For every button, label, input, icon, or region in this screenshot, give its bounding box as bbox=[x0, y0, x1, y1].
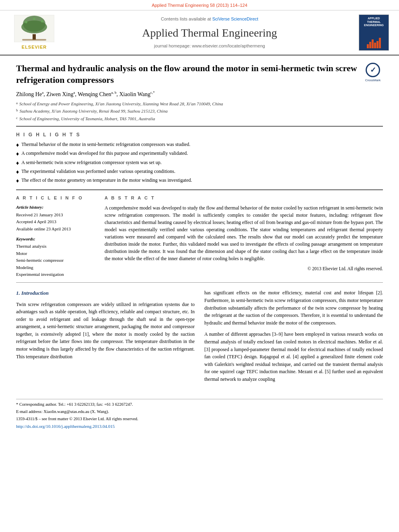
author-1-name: Zhilong He bbox=[16, 91, 42, 97]
keyword-1: Thermal analysis bbox=[16, 243, 97, 249]
affil-3-sup: c bbox=[16, 115, 18, 122]
svg-rect-7 bbox=[22, 39, 46, 41]
journal-citation-bar: Applied Thermal Engineering 58 (2013) 11… bbox=[0, 0, 399, 10]
elsevier-tree-icon bbox=[14, 15, 54, 42]
bullet-4: ♦ bbox=[16, 168, 19, 176]
available-date: Available online 23 April 2013 bbox=[16, 226, 97, 232]
intro-col-left: 1. Introduction Twin screw refrigeration… bbox=[16, 289, 195, 387]
footer: * Corresponding author. Tel.: +61 3 6226… bbox=[16, 399, 383, 429]
author-4-name: , Xiaolin Wang bbox=[116, 91, 150, 97]
email-label: E-mail address: bbox=[16, 409, 43, 414]
affil-3: c School of Engineering, University of T… bbox=[16, 115, 383, 122]
chart-bar-6 bbox=[379, 38, 381, 48]
crossmark-label: CrossMark bbox=[365, 78, 381, 82]
sciverse-link[interactable]: SciVerse ScienceDirect bbox=[212, 16, 258, 21]
article-history-label: Article history: bbox=[16, 204, 97, 210]
thumb-chart-icon bbox=[367, 36, 381, 48]
abstract-text: A comprehensive model was developed to s… bbox=[105, 204, 383, 262]
article-title-section: Thermal and hydraulic analysis on the fl… bbox=[16, 63, 383, 86]
highlights-label: H I G H L I G H T S bbox=[16, 131, 383, 138]
svg-point-4 bbox=[25, 21, 27, 23]
affil-1: a School of Energy and Power Engineering… bbox=[16, 101, 383, 107]
affil-1-sup: a bbox=[16, 101, 18, 107]
bullet-2: ♦ bbox=[16, 150, 19, 158]
section-title: Introduction bbox=[21, 290, 49, 296]
highlight-item-2: ♦ A comprehensive model was developed fo… bbox=[16, 150, 383, 158]
highlight-text-5: The effect of the motor geometry on temp… bbox=[21, 177, 192, 185]
highlight-item-5: ♦ The effect of the motor geometry on te… bbox=[16, 177, 383, 185]
chart-bar-4 bbox=[374, 43, 376, 48]
highlight-text-1: Thermal behavior of the motor in semi-he… bbox=[21, 142, 190, 149]
highlights-section: H I G H L I G H T S ♦ Thermal behavior o… bbox=[16, 131, 383, 185]
page: Applied Thermal Engineering 58 (2013) 11… bbox=[0, 0, 399, 429]
svg-point-5 bbox=[41, 20, 43, 23]
journal-thumbnail: APPLIEDTHERMALENGINEERING bbox=[359, 14, 391, 51]
affiliations: a School of Energy and Power Engineering… bbox=[16, 101, 383, 122]
article-info-label: A R T I C L E I N F O bbox=[16, 195, 97, 201]
intro-col-right: has significant effects on the motor eff… bbox=[204, 289, 383, 387]
divider-2 bbox=[16, 189, 383, 190]
keyword-5: Experimental investigation bbox=[16, 271, 97, 277]
email-address: Xiaolin.wang@utas.edu.au (X. Wang). bbox=[43, 409, 109, 414]
keyword-3: Semi-hermetic compressor bbox=[16, 257, 97, 263]
author-3-name: , Wenqing Chen bbox=[75, 91, 111, 97]
thumb-title: APPLIEDTHERMALENGINEERING bbox=[364, 17, 384, 27]
keyword-4: Modeling bbox=[16, 265, 97, 271]
elsevier-wordmark: ELSEVIER bbox=[22, 44, 47, 50]
affil-2: b Suzhou Academy, Xi'an Jiaotong Univers… bbox=[16, 108, 383, 115]
affil-1-text: School of Energy and Power Engineering, … bbox=[19, 101, 223, 107]
main-content: Thermal and hydraulic analysis on the fl… bbox=[0, 55, 399, 395]
crossmark-icon[interactable]: ✓ bbox=[366, 63, 380, 77]
issn-note: 1359-4311/$ – see front matter © 2013 El… bbox=[16, 416, 383, 422]
affil-3-text: School of Engineering, University of Tas… bbox=[19, 115, 155, 122]
bullet-5: ♦ bbox=[16, 177, 19, 185]
intro-para-1: Twin screw refrigeration compressors are… bbox=[16, 301, 195, 361]
journal-title: Applied Thermal Engineering bbox=[64, 25, 355, 41]
journal-title-block: Contents lists available at SciVerse Sci… bbox=[64, 16, 355, 49]
highlight-item-3: ♦ A semi-hermetic twin screw refrigerati… bbox=[16, 160, 383, 167]
corresponding-author-note: * Corresponding author. Tel.: +61 3 6226… bbox=[16, 402, 383, 408]
keyword-2: Motor bbox=[16, 251, 97, 257]
svg-rect-1 bbox=[33, 34, 36, 40]
email-note: E-mail address: Xiaolin.wang@utas.edu.au… bbox=[16, 409, 383, 415]
intro-para-2: has significant effects on the motor eff… bbox=[204, 289, 383, 327]
author-2-name: , Ziwen Xing bbox=[43, 91, 73, 97]
accepted-date: Accepted 4 April 2013 bbox=[16, 219, 97, 225]
intro-para-3: A number of different approaches [3–9] h… bbox=[204, 331, 383, 383]
crossmark-badge: ✓ CrossMark bbox=[363, 63, 383, 82]
article-info-col: A R T I C L E I N F O Article history: R… bbox=[16, 195, 97, 278]
abstract-col: A B S T R A C T A comprehensive model wa… bbox=[105, 195, 383, 278]
abstract-label: A B S T R A C T bbox=[105, 195, 383, 201]
article-info-abstract-section: A R T I C L E I N F O Article history: R… bbox=[16, 195, 383, 278]
intro-heading: 1. Introduction bbox=[16, 289, 195, 297]
article-title: Thermal and hydraulic analysis on the fl… bbox=[16, 63, 359, 86]
journal-cover-image: APPLIEDTHERMALENGINEERING bbox=[359, 14, 389, 51]
author-4-sup: c,* bbox=[150, 90, 155, 94]
bullet-1: ♦ bbox=[16, 142, 19, 149]
keywords-label: Keywords: bbox=[16, 236, 97, 242]
divider-3 bbox=[16, 282, 383, 283]
doi-note: http://dx.doi.org/10.1016/j.applthermale… bbox=[16, 423, 383, 430]
chart-bar-5 bbox=[376, 41, 378, 48]
copyright-notice: © 2013 Elsevier Ltd. All rights reserved… bbox=[105, 265, 383, 272]
section-number: 1. bbox=[16, 290, 20, 296]
introduction-section: 1. Introduction Twin screw refrigeration… bbox=[16, 289, 383, 387]
received-date: Received 21 January 2013 bbox=[16, 212, 97, 218]
highlight-text-3: A semi-hermetic twin screw refrigeration… bbox=[21, 160, 162, 167]
authors-line: Zhilong Hea, Ziwen Xinga, Wenqing Chena,… bbox=[16, 90, 383, 98]
intro-two-col: 1. Introduction Twin screw refrigeration… bbox=[16, 289, 383, 387]
divider-1 bbox=[16, 126, 383, 127]
doi-link[interactable]: http://dx.doi.org/10.1016/j.applthermale… bbox=[16, 424, 115, 429]
bullet-3: ♦ bbox=[16, 160, 19, 167]
highlight-text-4: The experimental validation was performe… bbox=[21, 168, 175, 176]
author-3-sup: a, b bbox=[111, 90, 116, 94]
journal-citation: Applied Thermal Engineering 58 (2013) 11… bbox=[152, 3, 247, 8]
chart-bar-3 bbox=[372, 39, 374, 48]
affil-2-sup: b bbox=[16, 108, 18, 115]
journal-homepage: journal homepage: www.elsevier.com/locat… bbox=[64, 43, 355, 49]
affil-2-text: Suzhou Academy, Xi'an Jiaotong Universit… bbox=[20, 108, 168, 115]
svg-point-6 bbox=[33, 18, 35, 20]
journal-header: ELSEVIER Contents lists available at Sci… bbox=[0, 10, 399, 55]
elsevier-logo: ELSEVIER bbox=[8, 15, 60, 50]
highlight-text-2: A comprehensive model was developed for … bbox=[21, 150, 188, 158]
